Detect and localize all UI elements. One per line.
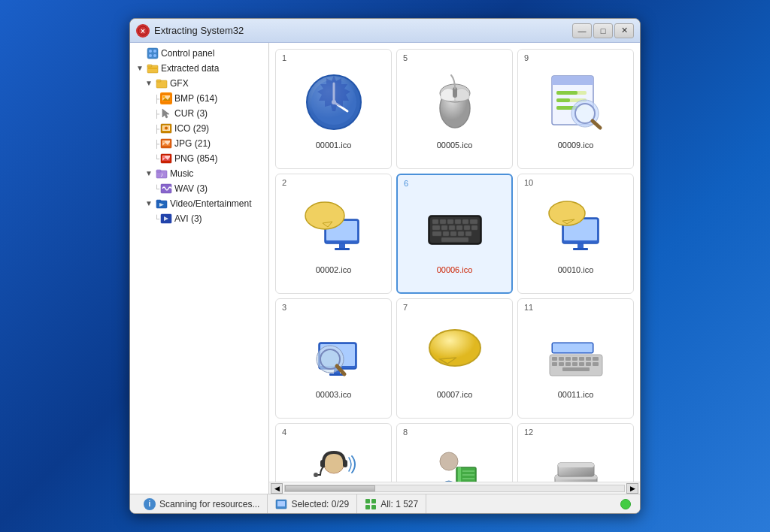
tree-line-avi: └: [154, 215, 159, 223]
grid-icon-area-7: [421, 318, 489, 385]
grid-icon-area-12: [542, 443, 610, 482]
scroll-right-button[interactable]: ▶: [626, 483, 638, 494]
grid-number-2: 2: [282, 178, 286, 187]
sidebar-item-png[interactable]: └ PNG (854): [130, 151, 268, 166]
sidebar-label-avi: AVI (3): [174, 213, 202, 224]
grid-item-7[interactable]: 7 00007.ic: [396, 298, 513, 419]
png-icon: [160, 153, 172, 165]
grid-number-9: 9: [524, 53, 529, 62]
sidebar-item-bmp[interactable]: ├ BMP (614): [130, 91, 268, 106]
svg-rect-107: [586, 357, 591, 361]
main-window: × Extracting System32 — □ ✕: [129, 18, 641, 514]
scroll-thumb[interactable]: [285, 485, 375, 491]
svg-rect-109: [552, 362, 557, 366]
sidebar-item-extracted-data[interactable]: ▼ Extracted data: [130, 61, 268, 76]
svg-rect-83: [441, 237, 468, 242]
scroll-left-button[interactable]: ◀: [271, 483, 283, 494]
grid-number-6: 6: [404, 179, 408, 188]
sidebar-item-avi[interactable]: └ AVI (3): [130, 211, 268, 226]
wav-icon: [160, 183, 172, 195]
grid-label-5: 00005.ico: [437, 141, 473, 150]
cur-icon: [160, 107, 172, 119]
grid-icon-area-1: [300, 68, 368, 136]
sidebar-label-extracted: Extracted data: [161, 63, 219, 74]
horizontal-scrollbar: ◀ ▶: [269, 482, 640, 494]
status-selected: Selected: 0/29: [268, 494, 357, 513]
svg-rect-108: [593, 357, 599, 361]
svg-rect-77: [471, 225, 477, 230]
svg-point-3: [149, 50, 152, 53]
sidebar-item-ico[interactable]: ├ ICO (29): [130, 121, 268, 136]
svg-point-5: [149, 54, 152, 57]
grid-icon-area-3: [300, 318, 368, 385]
svg-rect-87: [573, 248, 588, 250]
window-controls: — □ ✕: [572, 23, 634, 38]
minimize-button[interactable]: —: [572, 23, 592, 38]
expand-icon: [136, 49, 145, 58]
svg-rect-106: [579, 357, 584, 361]
svg-rect-110: [559, 362, 564, 366]
video-icon: [156, 198, 168, 210]
grid-item-1[interactable]: 1: [275, 49, 392, 169]
selected-icon: [275, 498, 287, 510]
sidebar-label-ico: ICO (29): [174, 123, 209, 134]
svg-rect-82: [465, 231, 471, 236]
status-all: All: 1 527: [357, 494, 426, 513]
sidebar-item-video[interactable]: ▼ Video/Entertainment: [130, 196, 268, 211]
grid-item-11[interactable]: 11: [517, 298, 634, 419]
svg-marker-16: [162, 109, 169, 118]
grid-icon-area-6: [421, 193, 489, 261]
grid-item-10[interactable]: 10 0001: [517, 174, 634, 294]
grid-label-11: 00011.ico: [558, 390, 594, 399]
expand-icon-gfx: ▼: [145, 79, 154, 88]
grid-label-3: 00003.ico: [316, 390, 352, 399]
sidebar-item-cur[interactable]: ├ CUR (3): [130, 106, 268, 121]
sidebar-item-control-panel[interactable]: Control panel: [130, 46, 268, 61]
svg-rect-114: [586, 362, 591, 366]
svg-text:♪: ♪: [160, 171, 163, 178]
grid-item-12[interactable]: 12: [517, 423, 634, 482]
tree-line-ico: ├: [154, 125, 159, 133]
svg-point-121: [440, 452, 458, 470]
grid-icon-area-2: [300, 193, 368, 261]
sidebar-item-gfx[interactable]: ▼ GFX: [130, 76, 268, 91]
svg-rect-11: [156, 80, 161, 82]
app-icon: ×: [136, 24, 150, 38]
ico-icon: [160, 122, 172, 135]
svg-point-20: [165, 127, 168, 130]
grid-item-8[interactable]: 8: [396, 423, 513, 482]
control-panel-icon: [147, 47, 159, 59]
svg-rect-133: [558, 463, 594, 467]
grid-item-4[interactable]: 4: [275, 423, 392, 482]
maximize-button[interactable]: □: [593, 23, 613, 38]
svg-point-120: [314, 473, 318, 477]
scroll-track[interactable]: [284, 485, 625, 492]
content-area: Control panel ▼ Extracted data ▼: [130, 43, 640, 494]
svg-rect-79: [443, 231, 449, 236]
grid-item-6[interactable]: 6: [396, 174, 513, 294]
sidebar-label-jpg: JPG (21): [174, 138, 211, 149]
grid-item-3[interactable]: 3: [275, 298, 392, 419]
close-button[interactable]: ✕: [614, 23, 634, 38]
sidebar-label-gfx: GFX: [170, 78, 189, 89]
sidebar-item-wav[interactable]: └ WAV (3): [130, 181, 268, 196]
grid-item-2[interactable]: 2 00002: [275, 174, 392, 294]
svg-rect-100: [553, 343, 593, 352]
svg-rect-61: [335, 248, 350, 250]
extracted-data-icon: [147, 62, 159, 74]
sidebar-item-music[interactable]: ▼ ♪ Music: [130, 166, 268, 181]
grid-number-5: 5: [403, 53, 408, 62]
grid-item-5[interactable]: 5: [396, 49, 513, 169]
icon-grid: 1: [269, 43, 640, 482]
sidebar-label-wav: WAV (3): [174, 183, 208, 194]
status-scanning: i Scanning for resources...: [136, 494, 268, 513]
svg-rect-73: [441, 225, 447, 230]
sidebar-item-jpg[interactable]: ├ JPG (21): [130, 136, 268, 151]
grid-item-9[interactable]: 9: [517, 49, 634, 169]
scanning-label: Scanning for resources...: [159, 499, 259, 509]
grid-number-11: 11: [524, 303, 533, 312]
svg-rect-119: [343, 460, 347, 467]
sidebar-label-music: Music: [170, 168, 193, 179]
titlebar: × Extracting System32 — □ ✕: [130, 19, 640, 43]
svg-rect-9: [148, 68, 157, 69]
